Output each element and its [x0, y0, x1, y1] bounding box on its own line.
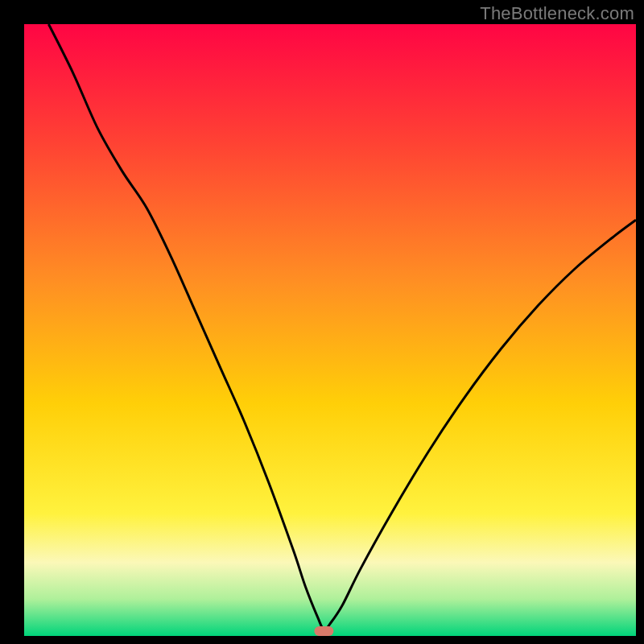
- plot-area: [24, 24, 636, 636]
- optimal-point-marker: [314, 626, 333, 636]
- chart-container: TheBottleneck.com: [0, 0, 644, 644]
- watermark-text: TheBottleneck.com: [480, 3, 634, 24]
- bottleneck-chart: [0, 0, 644, 644]
